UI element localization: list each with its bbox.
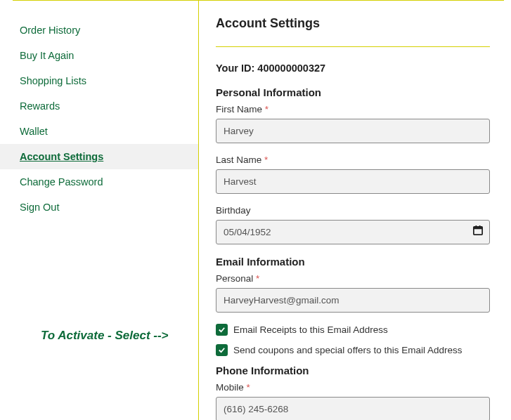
page-title: Account Settings	[216, 16, 490, 46]
birthday-input[interactable]	[216, 220, 490, 244]
checkbox-coupons-label: Send coupons and special offers to this …	[233, 345, 462, 355]
checkbox-email-receipts[interactable]	[216, 324, 228, 336]
nav-account-settings[interactable]: Account Settings	[0, 144, 198, 169]
first-name-label: First Name *	[216, 104, 490, 114]
required-mark: *	[247, 382, 250, 393]
nav-buy-it-again[interactable]: Buy It Again	[0, 43, 198, 68]
your-id-label: Your ID:	[216, 63, 254, 74]
email-personal-label: Personal *	[216, 273, 490, 284]
mobile-input[interactable]	[216, 397, 490, 420]
nav-shopping-lists[interactable]: Shopping Lists	[0, 68, 198, 93]
required-mark: *	[265, 104, 269, 114]
nav-wallet[interactable]: Wallet	[0, 119, 198, 144]
activate-annotation: To Activate - Select -->	[41, 329, 169, 343]
nav-sign-out[interactable]: Sign Out	[0, 195, 198, 220]
checkbox-coupons[interactable]	[216, 344, 228, 356]
main-panel: Account Settings Your ID: 400000000327 P…	[199, 1, 511, 420]
first-name-input[interactable]	[216, 119, 490, 143]
nav-change-password[interactable]: Change Password	[0, 169, 198, 195]
last-name-label: Last Name *	[216, 155, 490, 165]
required-mark: *	[256, 273, 259, 284]
email-personal-input[interactable]	[216, 288, 490, 313]
section-personal: Personal Information	[216, 86, 490, 98]
nav-order-history[interactable]: Order History	[0, 18, 198, 43]
birthday-label: Birthday	[216, 205, 490, 216]
checkbox-email-receipts-label: Email Receipts to this Email Address	[233, 324, 388, 335]
mobile-label: Mobile *	[216, 382, 490, 393]
required-mark: *	[264, 155, 268, 165]
divider	[216, 46, 490, 47]
your-id-value: 400000000327	[257, 63, 325, 74]
account-sidebar: Order History Buy It Again Shopping List…	[0, 1, 199, 420]
nav-rewards[interactable]: Rewards	[0, 93, 198, 119]
section-phone: Phone Information	[216, 365, 490, 376]
last-name-input[interactable]	[216, 169, 490, 194]
section-email: Email Information	[216, 256, 490, 268]
your-id: Your ID: 400000000327	[216, 63, 490, 74]
